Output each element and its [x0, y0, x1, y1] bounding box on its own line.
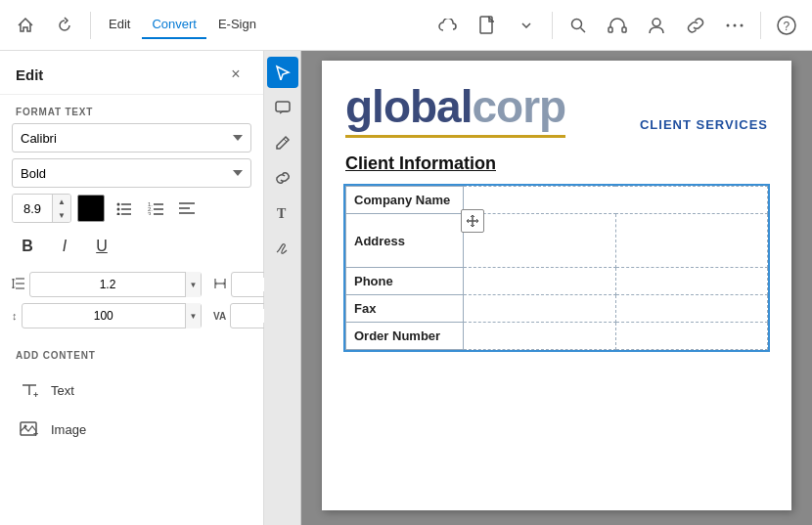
- cloud-button[interactable]: [430, 8, 466, 43]
- doc-canvas: globalcorp CLIENT SERVICES Client Inform…: [301, 51, 812, 525]
- file-icon: [478, 16, 496, 35]
- main-area: Edit × FORMAT TEXT Calibri Arial Times N…: [0, 51, 812, 525]
- company-name-value[interactable]: [464, 187, 768, 214]
- help-icon: ?: [777, 16, 796, 35]
- font-family-select[interactable]: Calibri Arial Times New Roman: [12, 123, 251, 153]
- move-icon: [466, 214, 479, 228]
- unordered-list-button[interactable]: [111, 195, 138, 222]
- nav-edit[interactable]: Edit: [99, 11, 140, 39]
- svg-text:3.: 3.: [148, 211, 153, 215]
- line-spacing-arrow[interactable]: ▼: [185, 272, 201, 297]
- scale-arrow[interactable]: ▼: [185, 303, 201, 328]
- order-number-value-1[interactable]: [464, 323, 616, 350]
- cursor-icon: [275, 65, 291, 80]
- add-image-item[interactable]: + Image: [12, 410, 251, 449]
- chevron-down-button[interactable]: [509, 8, 544, 43]
- add-content-items: + Text + Image: [0, 367, 263, 453]
- line-spacing-icon: [12, 277, 25, 292]
- fax-value-2[interactable]: [615, 295, 768, 323]
- format-buttons-row: B I U: [12, 231, 251, 262]
- nav-esign[interactable]: E-Sign: [208, 11, 266, 39]
- text-tool-button[interactable]: T: [267, 197, 298, 229]
- comment-tool-button[interactable]: [267, 92, 298, 123]
- svg-line-40: [284, 139, 287, 142]
- scale-input[interactable]: [23, 309, 186, 323]
- line-spacing-item: ▼: [12, 272, 202, 297]
- font-size-input-wrap: ▲ ▼: [12, 194, 71, 223]
- home-button[interactable]: [8, 8, 43, 43]
- svg-point-8: [741, 23, 744, 26]
- nav-convert[interactable]: Convert: [142, 11, 206, 39]
- panel-header: Edit ×: [0, 51, 263, 95]
- home-icon: [17, 17, 34, 34]
- svg-point-7: [734, 23, 737, 26]
- logo-global: global: [345, 81, 472, 132]
- logo-underline: [345, 135, 565, 138]
- audio-button[interactable]: [600, 8, 635, 43]
- svg-text:?: ?: [784, 20, 790, 33]
- table-row: Order Number: [346, 323, 768, 350]
- icon-bar: T: [264, 51, 301, 525]
- font-size-arrows: ▲ ▼: [52, 195, 70, 222]
- add-text-item[interactable]: + Text: [12, 371, 251, 410]
- phone-value-2[interactable]: [615, 268, 768, 295]
- svg-rect-3: [609, 27, 612, 32]
- svg-rect-4: [622, 27, 626, 32]
- back-icon: [56, 17, 73, 34]
- char-spacing-icon: [213, 277, 227, 292]
- svg-text:+: +: [33, 429, 38, 438]
- svg-point-11: [117, 203, 120, 206]
- image-add-icon: +: [18, 417, 41, 441]
- fax-value-1[interactable]: [464, 295, 616, 323]
- pencil-tool-button[interactable]: [267, 127, 298, 158]
- address-value-2[interactable]: [615, 214, 768, 268]
- panel-title: Edit: [16, 66, 43, 83]
- logo-corp: corp: [472, 81, 565, 132]
- font-weight-select[interactable]: Bold Regular Italic: [12, 158, 251, 188]
- link-icon: [687, 17, 704, 34]
- address-value-1[interactable]: [464, 214, 616, 268]
- logo-wrapper: globalcorp: [345, 80, 565, 138]
- profile-icon: [648, 17, 665, 34]
- order-number-label: Order Number: [346, 323, 464, 350]
- profile-button[interactable]: [639, 8, 674, 43]
- font-size-down[interactable]: ▼: [53, 208, 70, 222]
- search-icon: [569, 17, 587, 34]
- more-button[interactable]: [717, 8, 752, 43]
- color-swatch[interactable]: [77, 195, 105, 222]
- font-size-up[interactable]: ▲: [53, 195, 70, 208]
- ordered-list-button[interactable]: 1. 2. 3.: [142, 195, 169, 222]
- drag-handle[interactable]: [461, 209, 484, 233]
- client-services-text: CLIENT SERVICES: [640, 117, 768, 138]
- svg-text:T: T: [277, 206, 287, 221]
- back-button[interactable]: [47, 8, 82, 43]
- table-row: Company Name: [346, 187, 768, 214]
- align-left-button[interactable]: [173, 195, 201, 222]
- underline-button[interactable]: U: [86, 231, 117, 262]
- link-tool-button[interactable]: [267, 162, 298, 194]
- more-icon: [726, 23, 744, 27]
- text-tool-icon: T: [275, 205, 291, 221]
- file-button[interactable]: [470, 8, 505, 43]
- order-number-value-2[interactable]: [615, 323, 768, 350]
- char-spacing-icon-svg: [213, 277, 227, 290]
- sign-tool-button[interactable]: [267, 233, 298, 264]
- add-text-label: Text: [51, 383, 74, 398]
- line-spacing-input[interactable]: [30, 278, 185, 291]
- phone-value-1[interactable]: [464, 268, 616, 295]
- logo-text: globalcorp: [345, 80, 565, 133]
- font-size-input[interactable]: [13, 194, 52, 223]
- link-button[interactable]: [678, 8, 713, 43]
- add-content-label: ADD CONTENT: [0, 338, 263, 367]
- help-button[interactable]: ?: [769, 8, 804, 43]
- comment-icon: [275, 100, 291, 115]
- close-button[interactable]: ×: [224, 63, 248, 86]
- company-name-label: Company Name: [346, 187, 464, 214]
- spacing-grid: ▼ ▼: [12, 272, 251, 328]
- search-button[interactable]: [561, 8, 596, 43]
- italic-button[interactable]: I: [49, 231, 80, 262]
- bold-button[interactable]: B: [12, 231, 43, 262]
- font-section: Calibri Arial Times New Roman Bold Regul…: [0, 123, 263, 338]
- cursor-tool-button[interactable]: [267, 57, 298, 88]
- main-toolbar: Edit Convert E-Sign: [0, 0, 812, 51]
